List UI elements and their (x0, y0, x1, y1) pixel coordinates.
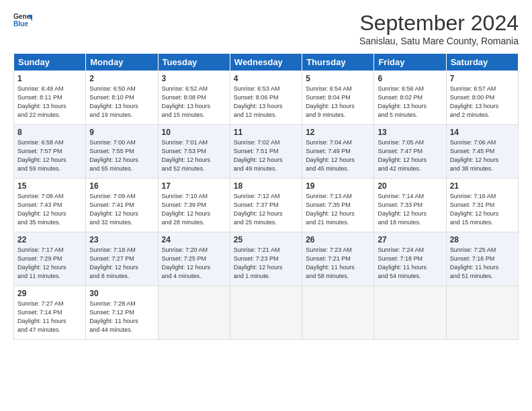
table-row: 12Sunrise: 7:04 AM Sunset: 7:49 PM Dayli… (302, 125, 374, 179)
col-monday: Monday (86, 54, 158, 71)
day-number: 5 (306, 74, 370, 83)
calendar-week-row: 15Sunrise: 7:08 AM Sunset: 7:43 PM Dayli… (14, 179, 519, 232)
table-row: 16Sunrise: 7:09 AM Sunset: 7:41 PM Dayli… (86, 179, 158, 232)
day-number: 27 (378, 235, 442, 244)
col-thursday: Thursday (302, 54, 374, 71)
table-row: 27Sunrise: 7:24 AM Sunset: 7:18 PM Dayli… (374, 232, 446, 286)
logo: General Blue (13, 11, 32, 30)
day-info: Sunrise: 7:10 AM Sunset: 7:39 PM Dayligh… (162, 192, 226, 227)
day-info: Sunrise: 7:18 AM Sunset: 7:27 PM Dayligh… (89, 246, 154, 281)
day-info: Sunrise: 7:14 AM Sunset: 7:33 PM Dayligh… (378, 192, 442, 227)
day-number: 1 (17, 74, 82, 83)
table-row: 29Sunrise: 7:27 AM Sunset: 7:14 PM Dayli… (14, 286, 86, 340)
day-info: Sunrise: 7:13 AM Sunset: 7:35 PM Dayligh… (306, 192, 370, 227)
day-info: Sunrise: 7:23 AM Sunset: 7:21 PM Dayligh… (306, 246, 370, 281)
table-row: 10Sunrise: 7:01 AM Sunset: 7:53 PM Dayli… (158, 125, 230, 179)
table-row: 23Sunrise: 7:18 AM Sunset: 7:27 PM Dayli… (86, 232, 158, 286)
day-number: 20 (378, 181, 442, 191)
day-number: 28 (450, 235, 515, 244)
calendar-table: Sunday Monday Tuesday Wednesday Thursday… (13, 53, 519, 340)
day-info: Sunrise: 7:01 AM Sunset: 7:53 PM Dayligh… (162, 138, 226, 173)
logo-icon: General Blue (13, 11, 32, 30)
subtitle: Sanislau, Satu Mare County, Romania (359, 36, 519, 46)
day-info: Sunrise: 7:21 AM Sunset: 7:23 PM Dayligh… (234, 246, 298, 281)
calendar-header-row: Sunday Monday Tuesday Wednesday Thursday… (14, 54, 519, 71)
table-row (230, 286, 302, 340)
day-number: 12 (306, 128, 370, 137)
day-info: Sunrise: 6:49 AM Sunset: 8:11 PM Dayligh… (17, 85, 82, 120)
table-row (374, 286, 446, 340)
table-row: 11Sunrise: 7:02 AM Sunset: 7:51 PM Dayli… (230, 125, 302, 179)
day-info: Sunrise: 7:06 AM Sunset: 7:45 PM Dayligh… (450, 138, 515, 173)
day-number: 10 (162, 128, 226, 137)
day-info: Sunrise: 6:53 AM Sunset: 8:06 PM Dayligh… (234, 85, 298, 120)
svg-text:Blue: Blue (13, 20, 28, 28)
table-row: 13Sunrise: 7:05 AM Sunset: 7:47 PM Dayli… (374, 125, 446, 179)
day-number: 7 (450, 74, 515, 83)
day-info: Sunrise: 7:04 AM Sunset: 7:49 PM Dayligh… (306, 138, 370, 173)
col-saturday: Saturday (446, 54, 518, 71)
table-row: 2Sunrise: 6:50 AM Sunset: 8:10 PM Daylig… (86, 71, 158, 125)
day-info: Sunrise: 7:28 AM Sunset: 7:12 PM Dayligh… (89, 300, 154, 334)
table-row: 4Sunrise: 6:53 AM Sunset: 8:06 PM Daylig… (230, 71, 302, 125)
day-info: Sunrise: 6:54 AM Sunset: 8:04 PM Dayligh… (306, 85, 370, 120)
calendar-week-row: 8Sunrise: 6:58 AM Sunset: 7:57 PM Daylig… (14, 125, 519, 179)
table-row: 21Sunrise: 7:16 AM Sunset: 7:31 PM Dayli… (446, 179, 518, 232)
day-info: Sunrise: 7:09 AM Sunset: 7:41 PM Dayligh… (89, 192, 154, 227)
day-info: Sunrise: 6:56 AM Sunset: 8:02 PM Dayligh… (378, 85, 442, 120)
day-info: Sunrise: 7:25 AM Sunset: 7:16 PM Dayligh… (450, 246, 515, 281)
day-number: 13 (378, 128, 442, 137)
table-row (158, 286, 230, 340)
month-title: September 2024 (359, 11, 519, 36)
day-number: 26 (306, 235, 370, 244)
title-area: September 2024 Sanislau, Satu Mare Count… (359, 11, 519, 46)
header: General Blue September 2024 Sanislau, Sa… (13, 11, 519, 46)
day-info: Sunrise: 6:57 AM Sunset: 8:00 PM Dayligh… (450, 85, 515, 120)
day-info: Sunrise: 6:52 AM Sunset: 8:08 PM Dayligh… (162, 85, 226, 120)
day-info: Sunrise: 7:27 AM Sunset: 7:14 PM Dayligh… (17, 300, 82, 334)
day-number: 16 (89, 181, 154, 191)
col-tuesday: Tuesday (158, 54, 230, 71)
table-row: 6Sunrise: 6:56 AM Sunset: 8:02 PM Daylig… (374, 71, 446, 125)
day-number: 6 (378, 74, 442, 83)
day-number: 17 (162, 181, 226, 191)
table-row: 28Sunrise: 7:25 AM Sunset: 7:16 PM Dayli… (446, 232, 518, 286)
table-row: 20Sunrise: 7:14 AM Sunset: 7:33 PM Dayli… (374, 179, 446, 232)
day-number: 29 (17, 289, 82, 298)
calendar-week-row: 22Sunrise: 7:17 AM Sunset: 7:29 PM Dayli… (14, 232, 519, 286)
day-number: 30 (89, 289, 154, 298)
day-info: Sunrise: 7:24 AM Sunset: 7:18 PM Dayligh… (378, 246, 442, 281)
day-number: 23 (89, 235, 154, 244)
day-number: 18 (234, 181, 298, 191)
table-row: 8Sunrise: 6:58 AM Sunset: 7:57 PM Daylig… (14, 125, 86, 179)
table-row (302, 286, 374, 340)
day-number: 14 (450, 128, 515, 137)
table-row: 15Sunrise: 7:08 AM Sunset: 7:43 PM Dayli… (14, 179, 86, 232)
table-row: 26Sunrise: 7:23 AM Sunset: 7:21 PM Dayli… (302, 232, 374, 286)
day-info: Sunrise: 6:58 AM Sunset: 7:57 PM Dayligh… (17, 138, 82, 173)
calendar-page: General Blue September 2024 Sanislau, Sa… (0, 0, 532, 411)
day-info: Sunrise: 7:20 AM Sunset: 7:25 PM Dayligh… (162, 246, 226, 281)
col-friday: Friday (374, 54, 446, 71)
day-info: Sunrise: 7:17 AM Sunset: 7:29 PM Dayligh… (17, 246, 82, 281)
day-number: 8 (17, 128, 82, 137)
table-row: 3Sunrise: 6:52 AM Sunset: 8:08 PM Daylig… (158, 71, 230, 125)
day-number: 19 (306, 181, 370, 191)
day-number: 22 (17, 235, 82, 244)
table-row: 17Sunrise: 7:10 AM Sunset: 7:39 PM Dayli… (158, 179, 230, 232)
calendar-week-row: 29Sunrise: 7:27 AM Sunset: 7:14 PM Dayli… (14, 286, 519, 340)
day-number: 25 (234, 235, 298, 244)
table-row: 18Sunrise: 7:12 AM Sunset: 7:37 PM Dayli… (230, 179, 302, 232)
table-row: 24Sunrise: 7:20 AM Sunset: 7:25 PM Dayli… (158, 232, 230, 286)
table-row: 5Sunrise: 6:54 AM Sunset: 8:04 PM Daylig… (302, 71, 374, 125)
day-number: 2 (89, 74, 154, 83)
day-number: 21 (450, 181, 515, 191)
day-info: Sunrise: 7:00 AM Sunset: 7:55 PM Dayligh… (89, 138, 154, 173)
day-number: 15 (17, 181, 82, 191)
day-number: 11 (234, 128, 298, 137)
table-row: 25Sunrise: 7:21 AM Sunset: 7:23 PM Dayli… (230, 232, 302, 286)
day-info: Sunrise: 6:50 AM Sunset: 8:10 PM Dayligh… (89, 85, 154, 120)
table-row: 22Sunrise: 7:17 AM Sunset: 7:29 PM Dayli… (14, 232, 86, 286)
calendar-week-row: 1Sunrise: 6:49 AM Sunset: 8:11 PM Daylig… (14, 71, 519, 125)
table-row: 14Sunrise: 7:06 AM Sunset: 7:45 PM Dayli… (446, 125, 518, 179)
